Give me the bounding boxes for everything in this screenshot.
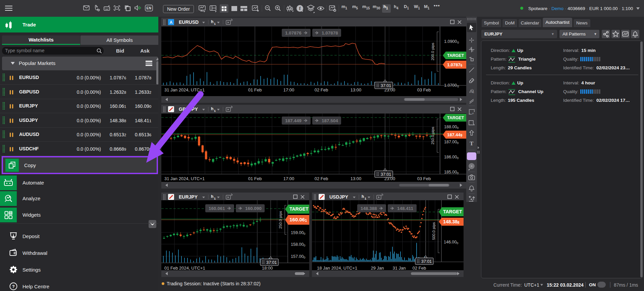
svg-text:h: h — [211, 194, 213, 199]
svg-text:0: 0 — [304, 256, 305, 259]
svg-text:A: A — [170, 20, 173, 25]
svg-text:500.0 pips: 500.0 pips — [432, 222, 436, 240]
svg-text:146.00: 146.00 — [444, 240, 457, 244]
svg-text:02 Feb: 02 Feb — [315, 87, 328, 92]
svg-text:TARGET: TARGET — [289, 206, 309, 212]
svg-text:01 Feb: 01 Feb — [248, 87, 262, 92]
svg-text:148.388: 148.388 — [443, 219, 460, 224]
svg-text:h: h — [211, 19, 213, 24]
svg-text:13:00: 13:00 — [351, 87, 362, 92]
svg-text:187.504: 187.504 — [322, 118, 338, 123]
svg-text:250.0 pips: 250.0 pips — [278, 211, 282, 229]
svg-text:31 Jan 2024, UTC+1: 31 Jan 2024, UTC+1 — [164, 176, 205, 181]
svg-text:0: 0 — [304, 232, 305, 235]
svg-text:200.0 pips: 200.0 pips — [431, 43, 435, 60]
svg-text:h: h — [211, 106, 213, 111]
svg-text:37:01: 37:01 — [266, 260, 277, 265]
svg-text:0: 0 — [457, 126, 459, 130]
svg-text:1: 1 — [214, 109, 216, 113]
svg-text:0: 0 — [304, 243, 305, 247]
svg-text:1.0900: 1.0900 — [444, 39, 457, 44]
svg-text:E: E — [473, 91, 474, 93]
svg-text:160.061: 160.061 — [209, 206, 225, 211]
svg-text:17:00: 17:00 — [283, 87, 294, 92]
svg-text:187.00: 187.00 — [444, 140, 457, 144]
svg-text:0: 0 — [457, 241, 458, 245]
svg-text:18:00: 18:00 — [262, 266, 273, 271]
svg-text:160.061: 160.061 — [289, 217, 307, 222]
svg-text:TARGET: TARGET — [447, 53, 464, 58]
svg-text:18 Jan 2024, UTC+1: 18 Jan 2024, UTC+1 — [317, 266, 357, 271]
svg-text:186.00: 186.00 — [444, 155, 457, 159]
svg-text:188.00: 188.00 — [444, 125, 457, 129]
svg-text:1: 1 — [214, 197, 216, 200]
svg-text:148.388: 148.388 — [361, 206, 377, 211]
svg-text:37:01: 37:01 — [381, 83, 391, 88]
svg-text:0: 0 — [457, 141, 459, 145]
svg-text:0: 0 — [457, 41, 459, 44]
svg-text:03 Feb: 03 Feb — [417, 87, 431, 92]
svg-text:01 Feb: 01 Feb — [248, 176, 262, 181]
svg-text:02 Feb: 02 Feb — [315, 176, 328, 181]
svg-text:1.07876: 1.07876 — [447, 62, 463, 67]
svg-text:f: f — [299, 6, 301, 11]
svg-text:17:00: 17:00 — [283, 176, 294, 181]
svg-text:02 Feb: 02 Feb — [413, 266, 426, 271]
svg-text:03 Feb: 03 Feb — [417, 176, 431, 181]
svg-text:158.00: 158.00 — [291, 242, 304, 247]
svg-text:T: T — [470, 140, 474, 147]
svg-text:1.07876: 1.07876 — [285, 30, 302, 35]
svg-text:185.00: 185.00 — [444, 170, 457, 174]
svg-text:?: ? — [12, 284, 15, 289]
svg-text:250.0 pips: 250.0 pips — [431, 127, 435, 144]
svg-text:187.449: 187.449 — [447, 132, 463, 137]
svg-text:160.090: 160.090 — [245, 206, 262, 211]
svg-text:157.00: 157.00 — [291, 254, 304, 259]
svg-text:GBPJPY: GBPJPY — [179, 106, 198, 112]
svg-text:0: 0 — [457, 84, 459, 88]
svg-text:187.449: 187.449 — [285, 118, 302, 123]
svg-text:TARGET: TARGET — [443, 209, 462, 214]
svg-text:37:01: 37:01 — [381, 172, 391, 177]
svg-text:31 Jan: 31 Jan — [392, 266, 406, 271]
svg-text:13:00: 13:00 — [351, 176, 362, 181]
svg-text:0: 0 — [457, 171, 459, 175]
svg-text:USDJPY: USDJPY — [329, 194, 348, 200]
svg-text:h: h — [362, 194, 364, 199]
svg-text:31 Jan 2024, UTC+1: 31 Jan 2024, UTC+1 — [164, 87, 205, 92]
svg-text:TARGET: TARGET — [447, 116, 464, 120]
svg-text:159.00: 159.00 — [291, 230, 304, 235]
svg-text:EURUSD: EURUSD — [179, 19, 199, 25]
svg-text:1: 1 — [214, 22, 216, 25]
svg-text:01 Feb 2024, UTC+1: 01 Feb 2024, UTC+1 — [164, 266, 205, 271]
svg-text:29 Jan: 29 Jan — [371, 266, 384, 271]
svg-text:1: 1 — [365, 197, 366, 200]
svg-text:EURJPY: EURJPY — [179, 194, 198, 200]
svg-text:F: F — [472, 112, 474, 115]
svg-text:1.07878: 1.07878 — [322, 30, 338, 35]
svg-text:0: 0 — [457, 156, 459, 160]
svg-text:37:01: 37:01 — [421, 259, 432, 264]
svg-text:1.0700: 1.0700 — [444, 83, 457, 88]
svg-text:148.411: 148.411 — [397, 206, 414, 211]
